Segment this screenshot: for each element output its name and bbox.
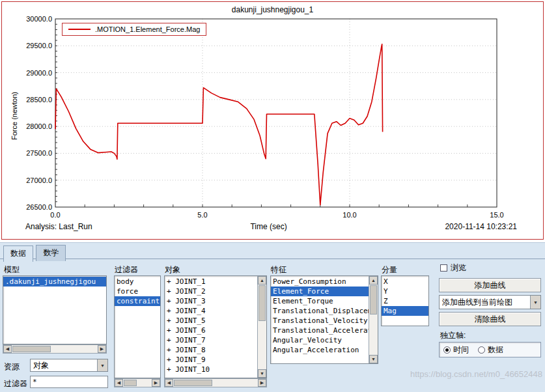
scroll-left-icon[interactable]: ◀ xyxy=(165,379,173,387)
tab-math[interactable]: 数学 xyxy=(36,245,66,261)
control-panel: 数据 数学 模型 .dakunji_jushnegjigou ◀ ▶ 资源 对象… xyxy=(0,242,545,392)
x-tick-label: 5.0 xyxy=(197,211,207,219)
legend: .MOTION_1.Element_Force.Mag xyxy=(62,23,206,36)
list-item-power-consumption[interactable]: Power_Consumption xyxy=(271,277,369,287)
objects-vscrollbar[interactable]: ▲ ▼ xyxy=(257,276,266,378)
clear-curves-button[interactable]: 清除曲线 xyxy=(439,312,541,326)
scroll-thumb[interactable] xyxy=(174,380,212,386)
tab-data[interactable]: 数据 xyxy=(3,245,33,262)
analysis-label: Analysis: Last_Run xyxy=(25,222,92,231)
y-tick-label: 30000.0 xyxy=(26,15,52,23)
list-item-joint-1[interactable]: + JOINT_1 xyxy=(165,277,257,287)
list-item-joint-4[interactable]: + JOINT_4 xyxy=(165,306,257,316)
list-item-element-torque[interactable]: Element_Torque xyxy=(271,296,369,306)
list-item-translational-velocity[interactable]: Translational_Velocity xyxy=(271,316,369,326)
list-item-dakunji-jushnegjigou[interactable]: .dakunji_jushnegjigou xyxy=(3,277,106,287)
scroll-down-icon[interactable]: ▼ xyxy=(258,369,266,378)
scroll-right-icon[interactable]: ▶ xyxy=(258,379,266,387)
plot-border xyxy=(55,19,497,207)
list-item-mag[interactable]: Mag xyxy=(382,306,428,316)
browse-checkbox[interactable] xyxy=(440,264,447,272)
scroll-right-icon[interactable]: ▶ xyxy=(98,345,106,353)
scroll-track[interactable] xyxy=(369,285,378,355)
filter-row-label: 过滤器 xyxy=(4,378,27,389)
scroll-track[interactable] xyxy=(258,285,266,369)
objects-label: 对象 xyxy=(165,264,180,275)
characteristics-list: Power_ConsumptionElement_ForceElement_To… xyxy=(271,276,369,355)
add-mode-combobox[interactable]: 添加曲线到当前绘图 ▼ xyxy=(439,295,541,309)
list-item-joint-5[interactable]: + JOINT_5 xyxy=(165,316,257,326)
filter-column-label: 过滤器 xyxy=(115,264,138,275)
scroll-right-icon[interactable]: ▶ xyxy=(152,379,160,387)
scroll-up-icon[interactable]: ▲ xyxy=(258,276,266,285)
model-list: .dakunji_jushnegjigou xyxy=(3,276,106,287)
scroll-thumb[interactable] xyxy=(370,285,377,315)
chevron-down-icon[interactable]: ▼ xyxy=(97,359,107,371)
y-tick-label: 29500.0 xyxy=(26,42,52,49)
list-item-z[interactable]: Z xyxy=(382,296,428,306)
list-item-translational-displacem[interactable]: Translational_Displacem xyxy=(271,306,369,316)
legend-line-sample xyxy=(68,29,91,30)
source-value: 对象 xyxy=(31,360,97,371)
axis-radio-group: 时间 数据 xyxy=(439,342,541,357)
list-item-joint-9[interactable]: + JOINT_9 xyxy=(165,355,257,365)
scroll-left-icon[interactable]: ◀ xyxy=(115,379,123,387)
y-tick-label: 27500.0 xyxy=(26,149,52,157)
chevron-down-icon[interactable]: ▼ xyxy=(530,296,540,309)
scroll-track[interactable] xyxy=(12,345,98,353)
list-item-joint-2[interactable]: + JOINT_2 xyxy=(165,287,257,296)
chart-footer: Analysis: Last_Run Time (sec) 2020-11-14… xyxy=(2,222,543,231)
characteristics-vscrollbar[interactable]: ▲ ▼ xyxy=(369,276,378,363)
list-item-element-force[interactable]: Element_Force xyxy=(271,287,369,296)
scroll-thumb[interactable] xyxy=(259,285,266,321)
list-item-constraint[interactable]: constraint xyxy=(115,296,160,306)
time-radio[interactable] xyxy=(443,346,451,354)
add-curve-button[interactable]: 添加曲线 xyxy=(439,278,541,292)
components-label: 分量 xyxy=(382,264,397,275)
scroll-left-icon[interactable]: ◀ xyxy=(3,345,12,353)
scroll-thumb[interactable] xyxy=(124,380,137,386)
time-radio-label: 时间 xyxy=(453,344,469,356)
list-item-angular-acceleration[interactable]: Angular_Acceleration xyxy=(271,345,369,355)
scroll-track[interactable] xyxy=(173,379,258,387)
list-item-force[interactable]: force xyxy=(115,287,160,296)
characteristics-listbox[interactable]: Power_ConsumptionElement_ForceElement_To… xyxy=(270,275,378,364)
browse-row: 浏览 xyxy=(440,262,466,273)
components-listbox[interactable]: XYZMag xyxy=(381,275,429,326)
list-item-joint-7[interactable]: + JOINT_7 xyxy=(165,335,257,345)
list-item-translational-accelerat[interactable]: Translational_Accelerat xyxy=(271,326,369,335)
list-item-joint-10[interactable]: + JOINT_10 xyxy=(165,365,257,374)
filter-hscrollbar[interactable]: ◀ ▶ xyxy=(114,378,161,387)
components-list: XYZMag xyxy=(382,276,428,316)
characteristics-label: 特征 xyxy=(271,264,286,275)
legend-label: .MOTION_1.Element_Force.Mag xyxy=(95,25,200,33)
objects-hscrollbar[interactable]: ◀ ▶ xyxy=(164,378,267,387)
model-hscrollbar[interactable]: ◀ ▶ xyxy=(3,344,107,354)
data-radio[interactable] xyxy=(478,346,485,354)
data-radio-label: 数据 xyxy=(488,344,503,356)
list-item-angular-velocity[interactable]: Angular_Velocity xyxy=(271,335,369,345)
list-item-joint-8[interactable]: + JOINT_8 xyxy=(165,345,257,355)
filter-listbox[interactable]: bodyforceconstraint xyxy=(114,275,161,378)
y-axis-label: Force (newton) xyxy=(10,92,18,140)
objects-listbox[interactable]: + JOINT_1+ JOINT_2+ JOINT_3+ JOINT_4+ JO… xyxy=(164,275,267,378)
y-tick-label: 28000.0 xyxy=(26,122,52,130)
list-item-joint-6[interactable]: + JOINT_6 xyxy=(165,326,257,335)
objects-list: + JOINT_1+ JOINT_2+ JOINT_3+ JOINT_4+ JO… xyxy=(165,276,257,374)
scroll-down-icon[interactable]: ▼ xyxy=(369,355,378,363)
y-tick-label: 26500.0 xyxy=(26,203,52,211)
list-item-body[interactable]: body xyxy=(115,277,160,287)
source-combobox[interactable]: 对象 ▼ xyxy=(30,359,108,372)
model-listbox[interactable]: .dakunji_jushnegjigou xyxy=(3,275,107,344)
x-axis-label: Time (sec) xyxy=(250,222,286,231)
force-curve xyxy=(55,44,383,205)
list-item-joint-3[interactable]: + JOINT_3 xyxy=(165,296,257,306)
y-tick-label: 28500.0 xyxy=(26,96,52,104)
filter-input[interactable] xyxy=(30,376,108,388)
scroll-thumb[interactable] xyxy=(12,346,51,352)
scroll-up-icon[interactable]: ▲ xyxy=(369,276,378,285)
x-tick-label: 10.0 xyxy=(342,211,356,219)
list-item-x[interactable]: X xyxy=(382,277,428,287)
scroll-track[interactable] xyxy=(123,379,152,387)
list-item-y[interactable]: Y xyxy=(382,287,428,296)
